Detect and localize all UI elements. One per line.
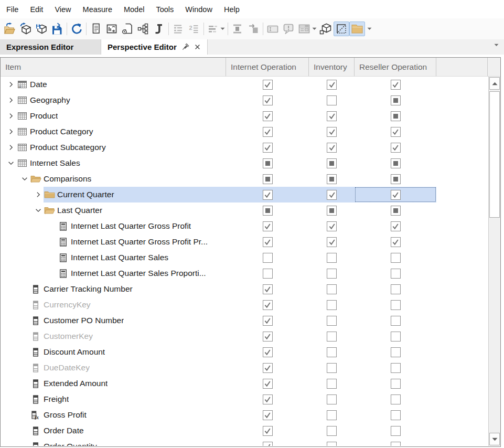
checkbox-checked[interactable]	[263, 316, 273, 326]
expander-chevron-down-icon[interactable]	[6, 159, 16, 167]
checkbox-checked[interactable]	[263, 394, 273, 404]
checkbox-unchecked[interactable]	[391, 426, 401, 436]
menu-item-view[interactable]: View	[49, 5, 77, 14]
checkbox-checked[interactable]	[263, 379, 273, 389]
check-cell[interactable]	[226, 250, 309, 265]
expander-chevron-down-icon[interactable]	[19, 175, 30, 183]
checkbox-checked[interactable]	[327, 143, 337, 153]
checkbox-unchecked[interactable]	[327, 410, 337, 420]
menu-item-measure[interactable]: Measure	[77, 5, 118, 14]
menu-item-help[interactable]: Help	[218, 5, 245, 14]
tree-row[interactable]: Internet Last Quarter Gross Profit Pr...	[1, 234, 500, 250]
check-cell[interactable]	[355, 265, 436, 281]
check-cell[interactable]	[309, 344, 355, 360]
check-cell[interactable]	[355, 171, 436, 187]
checkbox-checked[interactable]	[263, 426, 273, 436]
checkbox-unchecked[interactable]	[327, 269, 337, 279]
checkbox-checked[interactable]	[327, 221, 337, 231]
show-hidden-toggle[interactable]	[334, 22, 349, 36]
checkbox-mixed[interactable]	[263, 174, 273, 184]
check-cell[interactable]	[309, 250, 355, 265]
checkbox-unchecked[interactable]	[391, 332, 401, 342]
checkbox-checked[interactable]	[263, 127, 273, 137]
checkbox-mixed[interactable]	[327, 158, 337, 168]
check-cell[interactable]	[226, 360, 309, 376]
checkbox-unchecked[interactable]	[391, 379, 401, 389]
check-cell[interactable]	[355, 376, 436, 391]
checkbox-unchecked[interactable]	[391, 269, 401, 279]
tree-row[interactable]: Product Category	[1, 124, 500, 140]
check-cell[interactable]	[309, 202, 355, 218]
check-cell[interactable]	[355, 407, 436, 423]
menu-item-model[interactable]: Model	[118, 5, 151, 14]
checkbox-checked[interactable]	[327, 127, 337, 137]
checkbox-checked[interactable]	[263, 95, 273, 105]
documentation-button[interactable]	[88, 22, 104, 36]
check-cell[interactable]	[355, 77, 436, 92]
checkbox-unchecked[interactable]	[391, 394, 401, 404]
checkbox-checked[interactable]	[391, 143, 401, 153]
check-cell[interactable]	[226, 155, 309, 171]
scroll-down-button[interactable]	[489, 433, 500, 445]
checkbox-mixed[interactable]	[391, 111, 401, 121]
checkbox-checked[interactable]	[263, 221, 273, 231]
checkbox-unchecked[interactable]	[263, 253, 273, 263]
check-cell[interactable]	[309, 297, 355, 313]
check-cell[interactable]	[309, 423, 355, 439]
check-cell[interactable]	[309, 391, 355, 407]
checkbox-unchecked[interactable]	[391, 284, 401, 294]
checkbox-checked[interactable]	[263, 284, 273, 294]
checkbox-mixed[interactable]	[263, 158, 273, 168]
check-cell[interactable]	[226, 124, 309, 140]
checkbox-unchecked[interactable]	[327, 363, 337, 373]
checkbox-checked[interactable]	[391, 221, 401, 231]
column-header-internet-operation[interactable]: Internet Operation	[226, 58, 309, 76]
check-cell[interactable]	[355, 108, 436, 124]
checkbox-checked[interactable]	[327, 190, 337, 200]
tree-row[interactable]: Extended Amount	[1, 376, 500, 391]
check-cell[interactable]	[355, 328, 436, 344]
checkbox-mixed[interactable]	[263, 206, 273, 216]
tree-row[interactable]: Geography	[1, 92, 500, 108]
checkbox-checked[interactable]	[391, 127, 401, 137]
checkbox-mixed[interactable]	[327, 174, 337, 184]
check-cell[interactable]	[309, 187, 355, 202]
check-cell[interactable]	[355, 281, 436, 297]
check-cell[interactable]	[309, 407, 355, 423]
check-cell[interactable]	[355, 202, 436, 218]
checkbox-mixed[interactable]	[391, 95, 401, 105]
check-cell[interactable]	[355, 391, 436, 407]
tree-row[interactable]: Internet Sales	[1, 155, 500, 171]
column-header-inventory[interactable]: Inventory	[309, 58, 355, 76]
checkbox-checked[interactable]	[263, 237, 273, 247]
check-cell[interactable]	[226, 187, 309, 202]
checkbox-unchecked[interactable]	[327, 316, 337, 326]
check-cell[interactable]	[355, 313, 436, 328]
close-icon[interactable]	[194, 44, 201, 50]
check-cell[interactable]	[226, 297, 309, 313]
check-cell[interactable]	[309, 376, 355, 391]
expander-chevron-right-icon[interactable]	[6, 97, 16, 104]
tab-expression-editor[interactable]: Expression Editor	[0, 39, 101, 55]
process-model-button[interactable]	[34, 22, 49, 36]
edit-table-button[interactable]	[104, 22, 120, 36]
toolbar-overflow[interactable]	[365, 22, 373, 36]
check-cell[interactable]	[309, 171, 355, 187]
checkbox-unchecked[interactable]	[327, 426, 337, 436]
checkbox-checked[interactable]	[327, 111, 337, 121]
check-cell[interactable]	[226, 423, 309, 439]
check-cell[interactable]	[355, 344, 436, 360]
tree-row[interactable]: Comparisons	[1, 171, 500, 187]
menu-item-edit[interactable]: Edit	[24, 5, 49, 14]
display-folders-toggle[interactable]	[349, 22, 365, 36]
check-cell[interactable]	[355, 92, 436, 108]
tree-row[interactable]: Freight	[1, 391, 500, 407]
menu-item-file[interactable]: File	[1, 5, 24, 14]
checkbox-checked[interactable]	[263, 442, 273, 446]
scrollbar-thumb[interactable]	[489, 91, 500, 218]
check-cell[interactable]	[226, 376, 309, 391]
check-cell[interactable]	[226, 439, 309, 446]
check-cell[interactable]	[309, 124, 355, 140]
check-cell[interactable]	[226, 140, 309, 155]
check-cell[interactable]	[226, 218, 309, 234]
